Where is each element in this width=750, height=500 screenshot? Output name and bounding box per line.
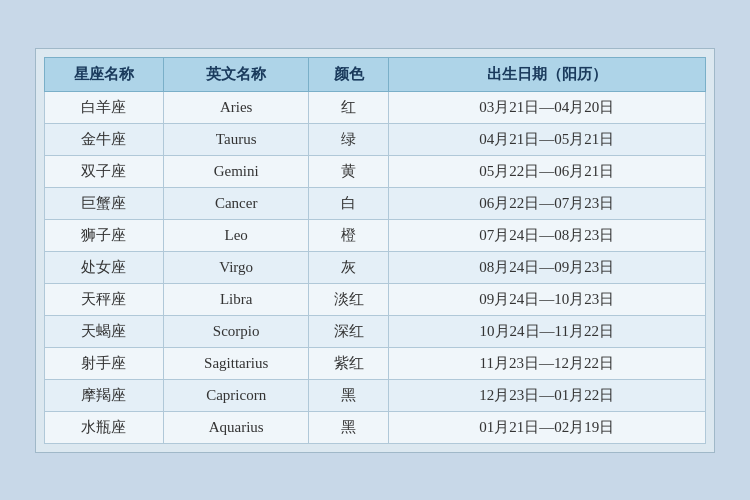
- cell-english: Libra: [163, 283, 308, 315]
- cell-date: 04月21日—05月21日: [388, 123, 705, 155]
- header-date: 出生日期（阳历）: [388, 57, 705, 91]
- cell-chinese: 双子座: [45, 155, 164, 187]
- cell-color: 深红: [309, 315, 388, 347]
- cell-date: 09月24日—10月23日: [388, 283, 705, 315]
- cell-date: 11月23日—12月22日: [388, 347, 705, 379]
- cell-color: 灰: [309, 251, 388, 283]
- cell-chinese: 射手座: [45, 347, 164, 379]
- table-row: 水瓶座Aquarius黑01月21日—02月19日: [45, 411, 706, 443]
- cell-english: Gemini: [163, 155, 308, 187]
- table-row: 双子座Gemini黄05月22日—06月21日: [45, 155, 706, 187]
- cell-date: 07月24日—08月23日: [388, 219, 705, 251]
- cell-date: 05月22日—06月21日: [388, 155, 705, 187]
- cell-date: 06月22日—07月23日: [388, 187, 705, 219]
- cell-date: 08月24日—09月23日: [388, 251, 705, 283]
- table-row: 白羊座Aries红03月21日—04月20日: [45, 91, 706, 123]
- header-english: 英文名称: [163, 57, 308, 91]
- header-color: 颜色: [309, 57, 388, 91]
- cell-color: 黄: [309, 155, 388, 187]
- cell-color: 紫红: [309, 347, 388, 379]
- cell-color: 绿: [309, 123, 388, 155]
- cell-date: 01月21日—02月19日: [388, 411, 705, 443]
- cell-color: 红: [309, 91, 388, 123]
- cell-color: 白: [309, 187, 388, 219]
- cell-chinese: 处女座: [45, 251, 164, 283]
- cell-color: 黑: [309, 411, 388, 443]
- cell-english: Capricorn: [163, 379, 308, 411]
- header-chinese: 星座名称: [45, 57, 164, 91]
- cell-english: Scorpio: [163, 315, 308, 347]
- table-row: 金牛座Taurus绿04月21日—05月21日: [45, 123, 706, 155]
- cell-english: Taurus: [163, 123, 308, 155]
- cell-english: Aries: [163, 91, 308, 123]
- table-row: 处女座Virgo灰08月24日—09月23日: [45, 251, 706, 283]
- table-header-row: 星座名称 英文名称 颜色 出生日期（阳历）: [45, 57, 706, 91]
- cell-chinese: 水瓶座: [45, 411, 164, 443]
- cell-english: Cancer: [163, 187, 308, 219]
- cell-chinese: 白羊座: [45, 91, 164, 123]
- table-row: 射手座Sagittarius紫红11月23日—12月22日: [45, 347, 706, 379]
- cell-english: Aquarius: [163, 411, 308, 443]
- table-row: 摩羯座Capricorn黑12月23日—01月22日: [45, 379, 706, 411]
- cell-english: Sagittarius: [163, 347, 308, 379]
- cell-chinese: 巨蟹座: [45, 187, 164, 219]
- cell-date: 03月21日—04月20日: [388, 91, 705, 123]
- cell-color: 黑: [309, 379, 388, 411]
- table-row: 天蝎座Scorpio深红10月24日—11月22日: [45, 315, 706, 347]
- cell-chinese: 天蝎座: [45, 315, 164, 347]
- zodiac-table: 星座名称 英文名称 颜色 出生日期（阳历） 白羊座Aries红03月21日—04…: [44, 57, 706, 444]
- cell-chinese: 金牛座: [45, 123, 164, 155]
- cell-color: 淡红: [309, 283, 388, 315]
- cell-color: 橙: [309, 219, 388, 251]
- cell-english: Leo: [163, 219, 308, 251]
- cell-english: Virgo: [163, 251, 308, 283]
- cell-date: 10月24日—11月22日: [388, 315, 705, 347]
- zodiac-table-container: 星座名称 英文名称 颜色 出生日期（阳历） 白羊座Aries红03月21日—04…: [35, 48, 715, 453]
- cell-date: 12月23日—01月22日: [388, 379, 705, 411]
- table-row: 巨蟹座Cancer白06月22日—07月23日: [45, 187, 706, 219]
- cell-chinese: 狮子座: [45, 219, 164, 251]
- cell-chinese: 摩羯座: [45, 379, 164, 411]
- table-row: 天秤座Libra淡红09月24日—10月23日: [45, 283, 706, 315]
- cell-chinese: 天秤座: [45, 283, 164, 315]
- table-row: 狮子座Leo橙07月24日—08月23日: [45, 219, 706, 251]
